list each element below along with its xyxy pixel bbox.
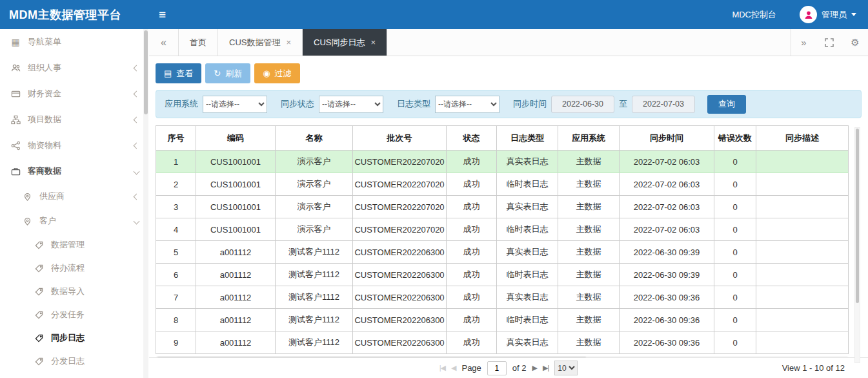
table-row[interactable]: 7a001112测试客户1112CUSTOMER202206300成功真实表日志… (156, 286, 849, 309)
refresh-button[interactable]: ↻ 刷新 (205, 63, 250, 83)
hamburger-menu-icon[interactable]: ≡ (159, 8, 166, 21)
briefcase-icon (10, 166, 21, 176)
fullscreen-icon[interactable] (816, 29, 842, 56)
chevron-left-icon (134, 90, 140, 97)
map-pin-icon (22, 191, 32, 202)
table-cell: 6 (156, 264, 196, 286)
sidebar-item-project-data[interactable]: 项目数据 (0, 107, 148, 132)
table-cell: CUSTOMER202207020 (353, 218, 447, 241)
table-row[interactable]: 1CUS1001001演示客户CUSTOMER202207020成功真实表日志主… (156, 151, 849, 173)
table-cell: CUSTOMER202207020 (353, 151, 447, 173)
column-header: 状态 (447, 126, 497, 151)
sidebar-item-data-management[interactable]: 数据管理 (0, 233, 148, 257)
tabs-scroll-left-button[interactable]: « (149, 29, 179, 56)
table-cell: 2022-06-30 09:39 (620, 241, 714, 264)
sidebar-item-materials[interactable]: 物资物料 (0, 132, 148, 158)
sidebar-item-data-import[interactable]: 数据导入 (0, 280, 148, 303)
table-cell (756, 173, 849, 196)
sidebar-item-distribution-log[interactable]: 分发日志 (0, 350, 148, 373)
close-icon[interactable]: × (286, 37, 291, 47)
page-size-select[interactable]: 10 (554, 361, 578, 375)
sidebar-item-supplier[interactable]: 供应商 (0, 184, 148, 209)
table-cell: 主数据 (558, 218, 620, 241)
table-cell: 2022-06-30 09:36 (620, 309, 714, 331)
table-cell: 成功 (447, 173, 497, 196)
table-cell: 7 (156, 286, 196, 309)
table-cell: 主数据 (558, 196, 620, 218)
log-type-select[interactable]: --请选择-- (435, 96, 500, 113)
table-cell: CUSTOMER202206300 (353, 331, 447, 354)
filter-panel: 应用系统 --请选择-- 同步状态 --请选择-- 日志类型 --请选择-- 同… (156, 90, 862, 118)
sync-log-table: 序号编码名称批次号状态日志类型应用系统同步时间错误次数同步描述 1CUS1001… (156, 125, 849, 354)
table-row[interactable]: 5a001112测试客户1112CUSTOMER202206300成功真实表日志… (156, 241, 849, 264)
sidebar: ▦ 导航菜单 组织人事 财务资金 项目数据 物资物料 客商数据 (0, 29, 148, 378)
chevron-left-icon (134, 65, 140, 71)
sync-time-to-input[interactable] (632, 96, 695, 113)
table-cell: 临时表日志 (497, 264, 558, 286)
search-button[interactable]: 查询 (707, 95, 746, 114)
table-cell: 演示客户 (276, 173, 353, 196)
sidebar-item-todo-flow[interactable]: 待办流程 (0, 257, 148, 280)
table-cell: 2022-06-30 09:36 (620, 286, 714, 309)
sidebar-item-nav-menu[interactable]: ▦ 导航菜单 (0, 29, 148, 55)
tabs-scroll-right-button[interactable]: » (791, 29, 816, 56)
table-row[interactable]: 6a001112测试客户1112CUSTOMER202206300成功临时表日志… (156, 264, 849, 286)
column-header: 同步描述 (756, 126, 849, 151)
sync-status-select[interactable]: --请选择-- (319, 96, 383, 113)
page-number-input[interactable] (487, 361, 507, 375)
vertical-scrollbar[interactable] (854, 127, 860, 363)
gear-icon[interactable]: ⚙ (842, 29, 868, 56)
table-cell: 真实表日志 (497, 196, 558, 218)
close-icon[interactable]: × (371, 37, 376, 47)
last-page-button[interactable]: ▶| (543, 364, 549, 372)
table-cell: 2022-07-02 06:03 (620, 151, 714, 173)
app-system-select[interactable]: --请选择-- (203, 96, 267, 113)
table-row[interactable]: 4CUS1001001演示客户CUSTOMER202207020成功临时表日志主… (156, 218, 849, 241)
filter-button[interactable]: ◉ 过滤 (254, 63, 299, 83)
table-cell: 2022-06-30 09:36 (620, 331, 714, 354)
table-row[interactable]: 2CUS1001001演示客户CUSTOMER202207020成功临时表日志主… (156, 173, 849, 196)
sitemap-icon (10, 114, 21, 125)
table-cell: 4 (156, 218, 196, 241)
table-cell: 测试客户1112 (276, 309, 353, 331)
table-cell: CUS1001001 (196, 218, 276, 241)
table-cell: 0 (714, 173, 756, 196)
sidebar-item-sync-log[interactable]: 同步日志 (0, 326, 148, 350)
tag-icon (34, 310, 44, 320)
sidebar-item-customer[interactable]: 客户 (0, 209, 148, 233)
table-cell: 主数据 (558, 331, 620, 354)
table-cell: 0 (714, 218, 756, 241)
sidebar-item-org-hr[interactable]: 组织人事 (0, 55, 148, 81)
table-row[interactable]: 3CUS1001001演示客户CUSTOMER202207020成功真实表日志主… (156, 196, 849, 218)
grid-icon: ▦ (10, 37, 21, 47)
column-header: 日志类型 (497, 126, 558, 151)
sidebar-item-customer-data[interactable]: 客商数据 (0, 158, 148, 184)
table-cell: CUSTOMER202206300 (353, 241, 447, 264)
tab-cus-data-management[interactable]: CUS数据管理 × (218, 29, 303, 56)
table-cell: 成功 (447, 309, 497, 331)
prev-page-button[interactable]: ◀ (451, 364, 456, 372)
table-row[interactable]: 9a001112测试客户1112CUSTOMER202206300成功真实表日志… (156, 331, 849, 354)
table-cell: 2022-07-02 06:03 (620, 196, 714, 218)
tab-cus-sync-log[interactable]: CUS同步日志 × (303, 29, 387, 56)
sidebar-item-finance[interactable]: 财务资金 (0, 81, 148, 107)
view-button[interactable]: ▤ 查看 (156, 63, 201, 83)
table-row[interactable]: 8a001112测试客户1112CUSTOMER202206300成功临时表日志… (156, 309, 849, 331)
next-page-button[interactable]: ▶ (532, 364, 537, 372)
table-cell: 测试客户1112 (276, 331, 353, 354)
first-page-button[interactable]: |◀ (439, 364, 445, 372)
sync-time-from-input[interactable] (551, 96, 614, 113)
sidebar-item-distribution-task[interactable]: 分发任务 (0, 303, 148, 326)
table-cell: a001112 (196, 331, 276, 354)
table-cell: CUSTOMER202207020 (353, 196, 447, 218)
user-menu[interactable]: 管理员 (800, 6, 856, 23)
table-cell (756, 196, 849, 218)
table-cell: 2022-06-30 09:39 (620, 264, 714, 286)
mdc-console-link[interactable]: MDC控制台 (732, 9, 776, 21)
table-body: 1CUS1001001演示客户CUSTOMER202207020成功真实表日志主… (156, 151, 849, 354)
sidebar-scrollbar[interactable] (143, 29, 148, 378)
table-cell (756, 286, 849, 309)
table-cell: 成功 (447, 218, 497, 241)
share-nodes-icon (10, 140, 21, 151)
tab-home[interactable]: 首页 (179, 29, 218, 56)
